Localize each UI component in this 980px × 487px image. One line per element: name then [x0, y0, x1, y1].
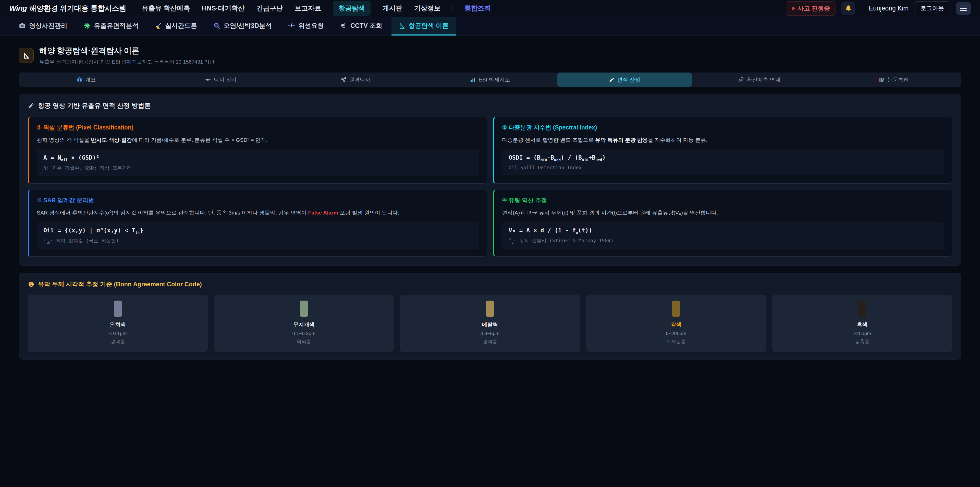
nav-item-reports[interactable]: 보고자료: [294, 4, 321, 13]
books-icon: [879, 77, 885, 83]
method-card-volume-estimation: ④ 유량 역산 추정 면적(A)과 평균 유막 두께(d) 및 풍화 경과 시간…: [493, 190, 952, 257]
incident-status-badge[interactable]: 사고 진행중: [786, 1, 836, 16]
card-title: ② 다중분광 지수법 (Spectral Index): [502, 124, 944, 131]
method-cards-grid: ① 픽셀 분류법 (Pixel Classification) 광학 영상의 각…: [28, 117, 952, 257]
satellite-icon: [205, 77, 211, 83]
card-body: 다중분광 센서로 촬영한 밴드 조합으로 유막 특유의 분광 반응을 지수화하여…: [502, 136, 944, 144]
color-chip: [114, 300, 122, 317]
tab-area-estimation[interactable]: 면적 산정: [557, 72, 692, 87]
logo-mark: Wing: [9, 4, 27, 13]
set-square-icon: [22, 51, 30, 59]
subnav-item-photo-management[interactable]: 영상사진관리: [12, 17, 75, 35]
swatch-card-silver-gray: 은회색 < 0.1μm 광택층: [28, 295, 208, 352]
formula: OSDI = (BNIR-BRed) / (BNIR+BRed): [509, 154, 938, 162]
bonn-swatch-row: 은회색 < 0.1μm 광택층 무지개색 0.1~0.3μm 박막층 메탈릭 0…: [28, 295, 952, 352]
methodology-section-title: 항공 영상 기반 유출유 면적 산정 방법론: [28, 101, 952, 110]
app-logo[interactable]: Wing 해양환경 위기대응 통합시스템: [9, 3, 126, 13]
bar-chart-icon: [470, 77, 476, 83]
subnav-item-pollution-ship-3d[interactable]: 오염/선박3D분석: [206, 17, 279, 35]
bell-icon: [845, 5, 852, 12]
divider: [862, 5, 862, 12]
navbar-right-cluster: 사고 진행중 Eunjeong Kim 로그아웃: [786, 1, 971, 16]
subnav-item-realtime-drone[interactable]: 실시간드론: [148, 17, 204, 35]
theory-tab-bar: 개요 탐지 장비 원격탐사 ESI 방제지도 면적: [19, 72, 961, 87]
satellite-icon: [288, 22, 295, 29]
card-title: ③ SAR 임계값 분리법: [37, 196, 479, 204]
nav-item-integrated-search[interactable]: 통합조회: [464, 4, 491, 13]
swatch-card-black: 흑색 >200μm 농축층: [772, 295, 952, 352]
color-chip: [858, 300, 866, 317]
palette-icon: [28, 281, 35, 287]
formula: Oil = {(x,y) | σ⁰(x,y) < Tth}: [43, 227, 473, 235]
cctv-icon: [340, 22, 347, 29]
swatch-card-brown: 갈색 5~200μm 두꺼운층: [586, 295, 766, 352]
formula-caption: fe: 누적 증발비 (Stiver & Mackay 1984): [509, 238, 938, 244]
tab-esi-map[interactable]: ESI 방제지도: [423, 72, 557, 87]
color-chip: [300, 300, 308, 317]
nav-item-weather[interactable]: 기상정보: [414, 4, 441, 13]
plane-icon: [340, 77, 346, 83]
method-card-pixel-classification: ① 픽셀 분류법 (Pixel Classification) 광학 영상의 각…: [28, 117, 487, 184]
subnav-item-aerial-search-theory[interactable]: 항공탐색 이론: [391, 17, 456, 35]
nav-item-hns-diffusion[interactable]: HNS·대기확산: [202, 4, 245, 13]
pencil-icon: [609, 77, 614, 83]
color-chip: [486, 300, 494, 317]
status-dot-icon: [792, 7, 795, 10]
oil-area-icon: [84, 22, 91, 29]
false-alarm-highlight: False Alarm: [308, 210, 338, 216]
tab-remote-sensing[interactable]: 원격탐사: [288, 72, 423, 87]
card-body: 면적(A)과 평균 유막 두께(d) 및 풍화 경과 시간(t)으로부터 원래 …: [502, 209, 944, 217]
formula: A = Noil × (GSD)²: [43, 154, 473, 162]
formula-caption: N: 기름 픽셀수, GSD: 지상 표본거리: [43, 165, 473, 171]
magnifier-icon: [213, 22, 220, 29]
card-body: 광학 영상의 각 픽셀을 반사도·색상·질감에 따라 기름/해수로 분류. 분류…: [37, 136, 479, 144]
card-title: ① 픽셀 분류법 (Pixel Classification): [37, 124, 479, 131]
methodology-panel: 항공 영상 기반 유출유 면적 산정 방법론 ① 픽셀 분류법 (Pixel C…: [19, 94, 961, 266]
nav-item-spill-forecast[interactable]: 유출유 확산예측: [142, 4, 190, 13]
camera-icon: [19, 22, 26, 29]
subnav-item-cctv[interactable]: CCTV 조회: [333, 17, 390, 35]
main-menu: 유출유 확산예측 HNS·대기확산 긴급구난 보고자료 항공탐색 게시판 기상정…: [142, 1, 491, 16]
aerial-search-subnav: 영상사진관리 유출유면적분석 실시간드론 오염/선박3D분석: [0, 17, 980, 36]
app-title: 해양환경 위기대응 통합시스템: [29, 3, 126, 13]
page-title: 해양 항공탐색·원격탐사 이론: [39, 45, 215, 56]
tab-diffusion-link[interactable]: 확산예측 연계: [692, 72, 826, 87]
tab-overview[interactable]: 개요: [19, 72, 153, 87]
notification-bell-button[interactable]: [842, 2, 855, 15]
divider: [134, 5, 134, 12]
nav-item-aerial-search[interactable]: 항공탐색: [333, 1, 371, 16]
swatch-card-metallic: 메탈릭 0.3~5μm 광택층: [400, 295, 580, 352]
main-content: 해양 항공탐색·원격탐사 이론 유출유 원격탐지·항공감시 기법·ESI 방제정…: [0, 45, 980, 359]
page-subtitle: 유출유 원격탐지·항공감시 기법·ESI 방제정보지도·등록특허 10-1567…: [39, 59, 215, 65]
pencil-icon: [28, 102, 35, 109]
tab-detection-equipment[interactable]: 탐지 장비: [153, 72, 288, 87]
formula-box: V₀ = A × d / (1 - fe(t)) fe: 누적 증발비 (Sti…: [502, 222, 944, 249]
method-card-spectral-index: ② 다중분광 지수법 (Spectral Index) 다중분광 센서로 촬영한…: [493, 117, 952, 184]
page-icon: [19, 48, 34, 63]
card-title: ④ 유량 역산 추정: [502, 196, 944, 204]
user-name: Eunjeong Kim: [869, 5, 908, 12]
bonn-color-code-panel: 유막 두께 시각적 추정 기준 (Bonn Agreement Color Co…: [19, 273, 961, 359]
formula-box: Oil = {(x,y) | σ⁰(x,y) < Tth} Tth: 최적 임계…: [37, 222, 479, 249]
swatch-card-rainbow: 무지개색 0.1~0.3μm 박막층: [214, 295, 394, 352]
incident-badge-label: 사고 진행중: [798, 4, 830, 13]
page-header: 해양 항공탐색·원격탐사 이론 유출유 원격탐지·항공감시 기법·ESI 방제정…: [19, 45, 961, 65]
link-icon: [738, 77, 744, 83]
nav-item-emergency-rescue[interactable]: 긴급구난: [256, 4, 283, 13]
top-navbar: Wing 해양환경 위기대응 통합시스템 유출유 확산예측 HNS·대기확산 긴…: [0, 0, 980, 17]
formula-caption: Tth: 최적 임계값 (국소 적응형): [43, 238, 473, 244]
hamburger-icon: [960, 6, 967, 6]
nav-item-board[interactable]: 게시판: [382, 4, 402, 13]
hamburger-menu-button[interactable]: [956, 2, 971, 15]
method-card-sar-threshold: ③ SAR 임계값 분리법 SAR 영상에서 후방산란계수(σ⁰)의 임계값 이…: [28, 190, 487, 257]
globe-icon: [76, 77, 83, 83]
bonn-section-title: 유막 두께 시각적 추정 기준 (Bonn Agreement Color Co…: [28, 280, 952, 288]
subnav-item-satellite-request[interactable]: 위성요청: [281, 17, 331, 35]
formula-box: OSDI = (BNIR-BRed) / (BNIR+BRed) Oil Spi…: [502, 149, 944, 176]
drone-dish-icon: [155, 22, 162, 29]
tab-papers-patents[interactable]: 논문특허: [827, 72, 961, 87]
color-chip: [672, 300, 680, 317]
formula: V₀ = A × d / (1 - fe(t)): [509, 227, 938, 235]
logout-button[interactable]: 로그아웃: [914, 1, 950, 15]
subnav-item-oil-area-analysis[interactable]: 유출유면적분석: [76, 17, 146, 35]
